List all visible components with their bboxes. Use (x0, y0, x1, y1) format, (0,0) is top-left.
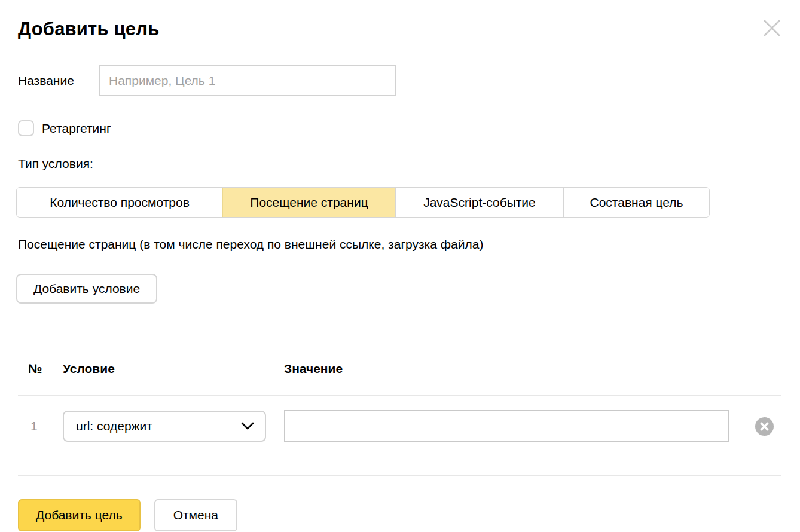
row-number: 1 (18, 419, 63, 433)
goal-name-label: Название (18, 74, 99, 88)
header-value: Значение (284, 362, 343, 376)
page-title: Добавить цель (18, 18, 781, 41)
retargeting-checkbox[interactable] (18, 120, 34, 136)
chevron-down-icon (241, 422, 254, 430)
condition-type-label: Тип условия: (18, 157, 781, 171)
add-goal-dialog: Добавить цель Название Ретаргетинг Тип у… (0, 0, 800, 531)
cancel-button[interactable]: Отмена (154, 499, 237, 531)
retargeting-checkbox-row[interactable]: Ретаргетинг (18, 120, 781, 136)
condition-select-value: url: содержит (76, 419, 152, 433)
goal-name-input[interactable] (99, 65, 396, 96)
table-divider-bottom (18, 475, 781, 476)
conditions-table-header: № Условие Значение (18, 362, 781, 376)
tab-page-visits[interactable]: Посещение страниц (222, 188, 395, 217)
table-row: 1 url: содержит (18, 396, 781, 456)
submit-add-goal-button[interactable]: Добавить цель (18, 499, 141, 531)
add-condition-button[interactable]: Добавить условие (16, 274, 157, 304)
condition-value-input[interactable] (284, 410, 729, 442)
tab-composite-goal[interactable]: Составная цель (563, 188, 709, 217)
header-number: № (18, 362, 63, 376)
circle-x-icon (760, 422, 769, 431)
remove-condition-button[interactable] (755, 417, 774, 436)
goal-name-row: Название (18, 65, 781, 96)
header-condition: Условие (63, 362, 284, 376)
footer-actions: Добавить цель Отмена (18, 499, 781, 531)
retargeting-label: Ретаргетинг (42, 121, 111, 136)
condition-type-tabs: Количество просмотров Посещение страниц … (16, 187, 710, 218)
tab-javascript-event[interactable]: JavaScript-событие (395, 188, 563, 217)
condition-type-description: Посещение страниц (в том числе переход п… (18, 237, 781, 252)
close-icon[interactable] (763, 19, 781, 37)
tab-pageview-count[interactable]: Количество просмотров (17, 188, 222, 217)
condition-select[interactable]: url: содержит (63, 411, 266, 442)
